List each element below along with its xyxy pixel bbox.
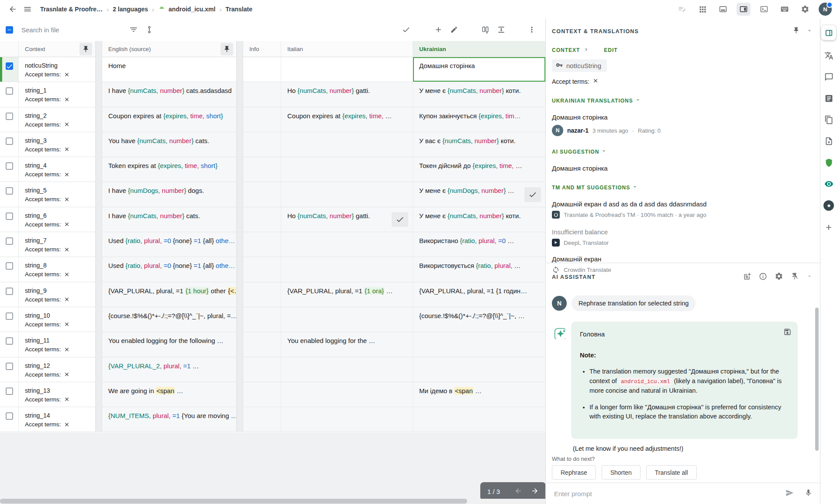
- cell-italian[interactable]: [281, 357, 413, 382]
- cell-ukrainian[interactable]: У вас є {numCats, number} коти.: [413, 132, 545, 157]
- column-gutter[interactable]: [96, 382, 102, 407]
- cell-ukrainian[interactable]: Купон закінчується {expires, tim…: [413, 107, 545, 132]
- cell-english[interactable]: I have {numCats, number} cats.asdasdasd: [102, 82, 237, 107]
- cell-ukrainian[interactable]: У мене є {numCats, number} коти.: [413, 207, 545, 232]
- column-gutter[interactable]: [96, 332, 102, 357]
- cell-context[interactable]: string_7 Accept terms:: [19, 232, 96, 257]
- cell-italian[interactable]: [281, 132, 413, 157]
- cell-english[interactable]: Used {ratio, plural, =0 {none} =1 {all} …: [102, 257, 237, 282]
- cell-ukrainian[interactable]: У мене є {numCats, number} коти.: [413, 82, 545, 107]
- send-icon[interactable]: [785, 489, 794, 499]
- column-gutter[interactable]: [96, 257, 102, 282]
- cell-english[interactable]: {NUM_ITEMS, plural, =1 {You are moving …: [102, 407, 237, 432]
- cell-context[interactable]: string_8 Accept terms:: [19, 257, 96, 282]
- column-gutter[interactable]: [96, 182, 102, 207]
- edit-string-button[interactable]: [446, 22, 462, 38]
- cell-context[interactable]: string_9 Accept terms:: [19, 282, 96, 307]
- row-checkbox[interactable]: [6, 337, 13, 345]
- cell-english[interactable]: {VAR_PLURAL_2, plural, =1 …: [102, 357, 237, 382]
- cell-english[interactable]: Used {ratio, plural, =0 {none} =1 {all} …: [102, 232, 237, 257]
- column-gutter[interactable]: [237, 307, 243, 332]
- row-checkbox[interactable]: [6, 137, 13, 145]
- column-gutter[interactable]: [237, 332, 243, 357]
- horizontal-scrollbar[interactable]: [0, 499, 545, 504]
- cell-info[interactable]: [243, 407, 281, 432]
- cell-context[interactable]: string_2 Accept terms:: [19, 107, 96, 132]
- cell-context[interactable]: string_1 Accept terms:: [19, 82, 96, 107]
- cell-info[interactable]: [243, 257, 281, 282]
- cell-info[interactable]: [243, 107, 281, 132]
- cell-ukrainian[interactable]: {VAR_PLURAL, plural, =1 {1 годин…: [413, 282, 545, 307]
- cell-context[interactable]: string_13 Accept terms:: [19, 382, 96, 407]
- header-context[interactable]: Context: [19, 41, 96, 57]
- cell-context[interactable]: string_12 Accept terms:: [19, 357, 96, 382]
- column-gutter[interactable]: [237, 207, 243, 232]
- collapse-panel-button[interactable]: [806, 27, 813, 36]
- collapse-assistant-button[interactable]: [806, 273, 813, 281]
- cell-ukrainian[interactable]: [413, 407, 545, 432]
- cell-ukrainian[interactable]: У мене є {numDogs, number} …: [413, 182, 545, 207]
- select-all-checkbox[interactable]: [6, 26, 13, 34]
- copy-tool[interactable]: [824, 115, 834, 124]
- column-gutter[interactable]: [96, 82, 102, 107]
- column-gutter[interactable]: [237, 41, 243, 57]
- cell-italian[interactable]: [281, 182, 413, 207]
- cell-italian[interactable]: Ho {numCats, number} gatti.: [281, 207, 413, 232]
- sort-criteria-button[interactable]: [141, 22, 157, 38]
- menu-button[interactable]: [20, 2, 35, 17]
- app-integration-tool[interactable]: [823, 200, 834, 211]
- row-checkbox[interactable]: [6, 363, 13, 370]
- shorten-button[interactable]: Shorten: [602, 465, 641, 480]
- cell-english[interactable]: We are going in <span …: [102, 382, 237, 407]
- cell-ukrainian[interactable]: [413, 332, 545, 357]
- cell-ukrainian[interactable]: Використовується {ratio, plural, …: [413, 257, 545, 282]
- chat-scrollbar-thumb[interactable]: [815, 308, 819, 451]
- edit-link[interactable]: EDIT: [604, 47, 617, 53]
- side-by-side-view-button[interactable]: [737, 3, 751, 16]
- row-checkbox[interactable]: [6, 213, 13, 220]
- column-gutter[interactable]: [237, 132, 243, 157]
- column-gutter[interactable]: [237, 57, 243, 82]
- column-gutter[interactable]: [237, 232, 243, 257]
- rephrase-button[interactable]: Rephrase: [552, 465, 596, 480]
- user-avatar[interactable]: N: [819, 3, 832, 16]
- cell-ukrainian[interactable]: Ми ідемо в <span …: [413, 382, 545, 407]
- column-gutter[interactable]: [237, 357, 243, 382]
- context-link[interactable]: CONTEXT: [552, 47, 580, 53]
- cell-context[interactable]: string_6 Accept terms:: [19, 207, 96, 232]
- cell-english[interactable]: I have {numCats, number} cats.: [102, 207, 237, 232]
- breadcrumb-item[interactable]: Trasnlate & Proofre…: [40, 6, 103, 13]
- column-gutter[interactable]: [237, 407, 243, 432]
- active-panel-tool[interactable]: [821, 25, 836, 40]
- translate-tool[interactable]: [824, 51, 834, 60]
- translation-text[interactable]: Домашня сторінка: [552, 113, 814, 121]
- row-checkbox[interactable]: [6, 162, 13, 170]
- row-height-button[interactable]: [493, 22, 509, 38]
- cell-italian[interactable]: [281, 382, 413, 407]
- cell-italian[interactable]: {VAR_PLURAL, plural, =1 {1 ora} …: [281, 282, 413, 307]
- cell-ukrainian[interactable]: {course.!$%&()*+-./:;=?@[\\]^_`|~, …: [413, 307, 545, 332]
- cell-english[interactable]: Home: [102, 57, 237, 82]
- pin-icon[interactable]: [220, 43, 233, 55]
- column-gutter[interactable]: [237, 257, 243, 282]
- cell-ukrainian[interactable]: Домашня сторінка: [413, 57, 545, 82]
- row-checkbox[interactable]: [6, 113, 13, 120]
- row-checkbox[interactable]: [6, 87, 13, 95]
- cell-context[interactable]: string_4 Accept terms:: [19, 157, 96, 182]
- shield-tool[interactable]: [824, 158, 834, 167]
- prompt-input[interactable]: [553, 490, 775, 498]
- row-checkbox[interactable]: [6, 62, 13, 70]
- back-button[interactable]: [5, 2, 20, 17]
- comments-tool[interactable]: [824, 72, 834, 82]
- cell-info[interactable]: [243, 182, 281, 207]
- horizontal-scrollbar-thumb[interactable]: [0, 499, 467, 504]
- row-checkbox[interactable]: [6, 312, 13, 320]
- cell-ukrainian[interactable]: Використано {ratio, plural, =0 …: [413, 232, 545, 257]
- settings-button[interactable]: [798, 3, 812, 16]
- cell-ukrainian[interactable]: Токен дійсний до {expires, time, …: [413, 157, 545, 182]
- cell-info[interactable]: [243, 157, 281, 182]
- shortcuts-button[interactable]: [778, 3, 792, 16]
- microphone-icon[interactable]: [804, 489, 813, 499]
- tm-suggestion[interactable]: Домашній екран d asd as da d asd das dda…: [552, 200, 814, 219]
- cell-italian[interactable]: [281, 257, 413, 282]
